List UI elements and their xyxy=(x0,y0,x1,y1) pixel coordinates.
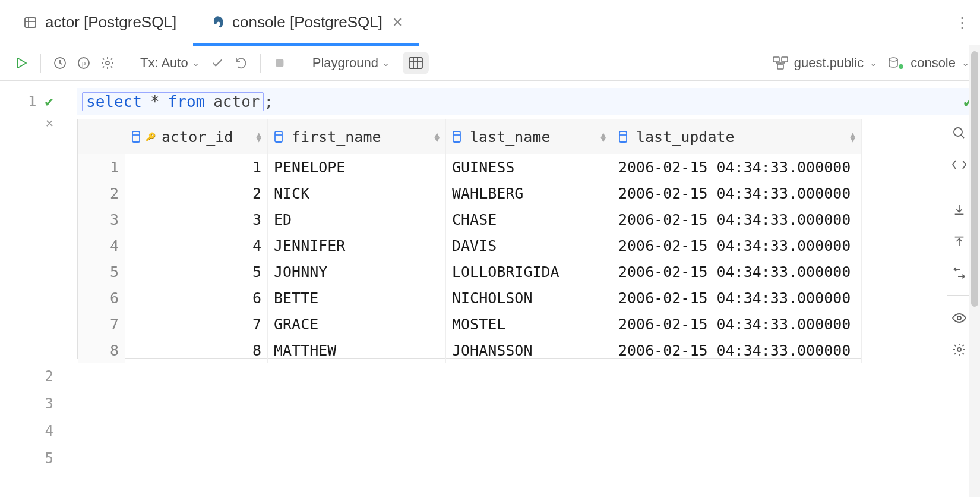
line-number: 3 xyxy=(45,395,53,412)
cell-last-update[interactable]: 2006-02-15 04:34:33.000000 xyxy=(612,259,862,285)
tab-actor[interactable]: actor [PostgreSQL] xyxy=(6,0,193,45)
row-number[interactable]: 4 xyxy=(78,232,125,259)
separator xyxy=(947,187,971,187)
chevron-down-icon: ⌄ xyxy=(382,57,390,68)
cell-first-name[interactable]: ED xyxy=(268,206,446,232)
stop-icon[interactable] xyxy=(269,52,290,74)
cell-last-name[interactable]: MOSTEL xyxy=(446,311,612,337)
cell-last-name[interactable]: LOLLOBRIGIDA xyxy=(446,259,612,285)
cell-actor-id[interactable]: 8 xyxy=(125,337,268,363)
sort-icon[interactable]: ▲▼ xyxy=(435,132,440,141)
row-number[interactable]: 6 xyxy=(78,285,125,311)
gear-icon[interactable] xyxy=(949,341,970,359)
cell-actor-id[interactable]: 7 xyxy=(125,311,268,337)
separator xyxy=(127,54,127,73)
more-menu-icon[interactable]: ⋮ xyxy=(950,11,974,34)
tx-mode-dropdown[interactable]: Tx: Auto ⌄ xyxy=(135,53,204,73)
vertical-scrollbar[interactable] xyxy=(969,45,980,497)
collapse-results-icon[interactable]: ✕ xyxy=(46,115,53,130)
cell-last-update[interactable]: 2006-02-15 04:34:33.000000 xyxy=(612,206,862,232)
cell-first-name[interactable]: MATTHEW xyxy=(268,337,446,363)
rollback-icon[interactable] xyxy=(230,52,252,74)
cell-last-name[interactable]: JOHANSSON xyxy=(446,337,612,363)
svg-rect-12 xyxy=(773,57,779,62)
tab-console[interactable]: console [PostgreSQL] ✕ xyxy=(193,0,419,45)
sql-keyword: from xyxy=(168,93,206,111)
cell-actor-id[interactable]: 5 xyxy=(125,259,268,285)
column-icon xyxy=(274,130,286,143)
cell-actor-id[interactable]: 1 xyxy=(125,154,268,180)
sort-icon[interactable]: ▲▼ xyxy=(601,132,606,141)
cell-last-name[interactable]: NICHOLSON xyxy=(446,285,612,311)
compare-icon[interactable] xyxy=(949,264,970,282)
cell-last-name[interactable]: CHASE xyxy=(446,206,612,232)
sort-icon[interactable]: ▲▼ xyxy=(257,132,261,141)
svg-rect-21 xyxy=(453,131,460,142)
row-number[interactable]: 2 xyxy=(78,180,125,206)
separator xyxy=(299,54,299,73)
column-header-last-name[interactable]: last_name ▲▼ xyxy=(446,119,612,154)
search-icon[interactable] xyxy=(949,124,970,142)
download-icon[interactable] xyxy=(949,200,970,219)
cell-first-name[interactable]: NICK xyxy=(268,180,446,206)
column-header-first-name[interactable]: first_name ▲▼ xyxy=(268,119,446,154)
in-editor-results-toggle[interactable] xyxy=(403,52,429,74)
run-button[interactable] xyxy=(11,52,32,74)
schema-selector[interactable]: guest.public ⌄ xyxy=(773,55,877,71)
cell-first-name[interactable]: JENNIFER xyxy=(268,232,446,259)
row-number[interactable]: 8 xyxy=(78,337,125,363)
commit-icon[interactable] xyxy=(207,52,228,74)
svg-point-27 xyxy=(957,316,961,320)
separator xyxy=(947,295,971,296)
explain-plan-icon[interactable]: p xyxy=(73,52,94,74)
scrollbar-thumb[interactable] xyxy=(971,51,978,307)
column-icon xyxy=(618,130,630,143)
sort-icon[interactable]: ▲▼ xyxy=(851,132,855,141)
toolbar: p Tx: Auto ⌄ Playground ⌄ guest.public ⌄ xyxy=(0,45,980,81)
cell-last-name[interactable]: GUINESS xyxy=(446,154,612,180)
cell-last-update[interactable]: 2006-02-15 04:34:33.000000 xyxy=(612,311,862,337)
primary-key-icon: 🔑 xyxy=(146,132,156,141)
postgres-icon xyxy=(210,15,225,30)
svg-line-26 xyxy=(961,135,964,138)
cell-actor-id[interactable]: 3 xyxy=(125,206,268,232)
upload-icon[interactable] xyxy=(949,232,970,250)
column-header-actor-id[interactable]: 🔑 actor_id ▲▼ xyxy=(125,119,268,154)
session-label: console xyxy=(911,55,956,71)
column-icon xyxy=(131,130,143,143)
cell-first-name[interactable]: GRACE xyxy=(268,311,446,337)
cell-first-name[interactable]: PENELOPE xyxy=(268,154,446,180)
cell-first-name[interactable]: BETTE xyxy=(268,285,446,311)
close-icon[interactable]: ✕ xyxy=(392,15,403,30)
sql-editor[interactable]: select * from actor ; ✔ xyxy=(77,88,980,115)
cell-last-name[interactable]: DAVIS xyxy=(446,232,612,259)
row-number-header[interactable] xyxy=(78,119,125,154)
row-number[interactable]: 7 xyxy=(78,311,125,337)
cell-last-update[interactable]: 2006-02-15 04:34:33.000000 xyxy=(612,337,862,363)
row-number[interactable]: 5 xyxy=(78,259,125,285)
cell-last-update[interactable]: 2006-02-15 04:34:33.000000 xyxy=(612,154,862,180)
session-selector[interactable]: console ⌄ xyxy=(888,55,969,71)
cell-last-update[interactable]: 2006-02-15 04:34:33.000000 xyxy=(612,232,862,259)
cell-last-name[interactable]: WAHLBERG xyxy=(446,180,612,206)
cell-actor-id[interactable]: 2 xyxy=(125,180,268,206)
svg-rect-19 xyxy=(275,131,282,142)
results-grid[interactable]: 🔑 actor_id ▲▼ first_name ▲▼ last_name xyxy=(77,119,862,359)
row-number[interactable]: 3 xyxy=(78,206,125,232)
eye-icon[interactable] xyxy=(949,309,970,328)
row-number[interactable]: 1 xyxy=(78,154,125,180)
settings-icon[interactable] xyxy=(97,52,118,74)
line-number: 5 xyxy=(45,450,53,467)
ddl-view-icon[interactable] xyxy=(949,155,970,174)
cell-first-name[interactable]: JOHNNY xyxy=(268,259,446,285)
tab-label: actor [PostgreSQL] xyxy=(45,13,176,32)
svg-point-15 xyxy=(889,58,897,61)
cell-last-update[interactable]: 2006-02-15 04:34:33.000000 xyxy=(612,285,862,311)
column-header-last-update[interactable]: last_update ▲▼ xyxy=(612,119,862,154)
cell-actor-id[interactable]: 6 xyxy=(125,285,268,311)
playground-dropdown[interactable]: Playground ⌄ xyxy=(308,53,394,73)
history-icon[interactable] xyxy=(49,52,71,74)
svg-point-16 xyxy=(899,64,903,69)
cell-actor-id[interactable]: 4 xyxy=(125,232,268,259)
cell-last-update[interactable]: 2006-02-15 04:34:33.000000 xyxy=(612,180,862,206)
